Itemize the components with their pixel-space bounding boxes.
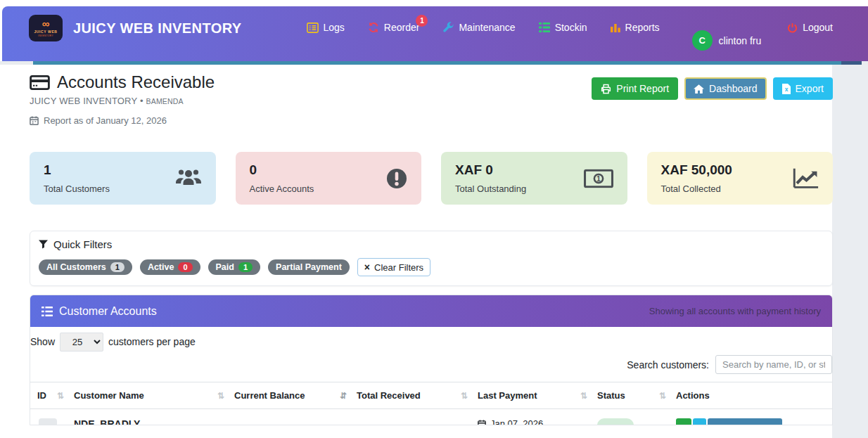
nav-item-label: Reorder: [384, 22, 420, 33]
stat-cards: 1 Total Customers 0 Active Accounts: [30, 152, 833, 205]
col-total-received[interactable]: Total Received⇅: [357, 382, 478, 409]
col-last-payment[interactable]: Last Payment⇅: [478, 382, 597, 409]
accounts-subtitle: Showing all accounts with payment histor…: [649, 306, 821, 316]
page-title-row: Accounts Receivable: [30, 72, 215, 92]
page-background-strip: [832, 65, 868, 438]
user-name: clinton fru: [719, 35, 762, 46]
customer-accounts-title-row: Customer Accounts: [42, 305, 157, 318]
page-size-controls: Show 25 customers per page: [30, 327, 832, 352]
svg-text:x: x: [784, 86, 788, 93]
file-excel-icon: x: [782, 84, 791, 94]
row-actions: [676, 418, 832, 425]
brand-title: JUICY WEB INVENTORY: [73, 20, 242, 37]
search-row: Search customers:: [30, 352, 832, 378]
sort-icon: ⇅: [580, 391, 587, 401]
per-page-label: customers per page: [108, 336, 196, 347]
page-subtitle: JUICY WEB INVENTORY • BAMENDA: [30, 96, 215, 106]
logout-button[interactable]: Logout: [787, 22, 833, 33]
search-input[interactable]: [715, 355, 832, 374]
filter-all-customers[interactable]: All Customers 1: [39, 259, 132, 275]
svg-text:1: 1: [596, 174, 601, 182]
sort-icon: ⇅: [659, 391, 666, 401]
filter-count-badge: 1: [238, 262, 253, 272]
export-button[interactable]: x Export: [773, 77, 833, 100]
col-status[interactable]: Status⇅: [597, 382, 676, 409]
main-content: Accounts Receivable JUICY WEB INVENTORY …: [30, 72, 833, 425]
show-label: Show: [30, 336, 55, 347]
sort-amount-icon: ⇵: [340, 391, 347, 401]
filter-count-badge: 1: [110, 262, 125, 272]
nav-item-label: Reports: [625, 22, 660, 33]
th-list-icon: [539, 22, 550, 32]
report-date-row: Report as of January 12, 2026: [30, 115, 215, 126]
reorder-count-badge: 1: [416, 15, 428, 27]
filter-pills: All Customers 1 Active 0 Paid 1 Partial …: [39, 258, 824, 276]
brand-logo: ∞ JUICY WEB INVENTORY: [29, 15, 63, 41]
nav-item-reports[interactable]: Reports: [611, 22, 660, 33]
clear-filters-button[interactable]: × Clear Filters: [357, 258, 430, 276]
filter-active[interactable]: Active 0: [140, 259, 200, 275]
stat-value: 0: [250, 162, 408, 178]
header-actions: Print Report Dashboard x Export: [592, 77, 833, 126]
customer-accounts-card: Customer Accounts Showing all accounts w…: [30, 295, 833, 425]
sync-icon: [368, 22, 379, 33]
nav-item-maintenance[interactable]: Maintenance: [442, 22, 515, 33]
sort-icon: ⇅: [57, 391, 64, 401]
close-icon: ×: [364, 262, 370, 273]
top-margin: [0, 0, 868, 6]
total-received-cell: [357, 409, 478, 426]
table-header-row: ID⇅ Customer Name⇅ Current Balance⇵ Tota…: [30, 382, 832, 409]
page-size-select[interactable]: 25: [60, 333, 103, 352]
nav-item-label: Maintenance: [459, 22, 515, 33]
stat-label: Active Accounts: [250, 183, 408, 194]
users-icon: [175, 169, 202, 188]
stat-total-collected: XAF 50,000 Total Collected: [647, 152, 834, 205]
nav-item-label: Logs: [324, 22, 345, 33]
customer-accounts-title: Customer Accounts: [59, 305, 157, 318]
filter-partial-payment[interactable]: Partial Payment: [268, 259, 350, 275]
avatar: C: [692, 30, 713, 51]
quick-filters-card: Quick Filters All Customers 1 Active 0 P…: [30, 231, 833, 286]
status-badge: [597, 418, 634, 425]
customer-id-badge: [39, 418, 57, 425]
print-report-button[interactable]: Print Report: [592, 77, 678, 100]
row-action-money-button[interactable]: [676, 418, 691, 425]
nav-item-reorder[interactable]: Reorder 1: [368, 22, 420, 33]
credit-card-icon: [30, 75, 50, 90]
row-action-history-button[interactable]: [708, 418, 782, 425]
calendar-icon: [478, 420, 486, 426]
col-id[interactable]: ID⇅: [30, 382, 74, 409]
col-current-balance[interactable]: Current Balance⇵: [234, 382, 357, 409]
page-title: Accounts Receivable: [57, 72, 215, 92]
nav-item-logs[interactable]: Logs: [307, 22, 345, 33]
filter-funnel-icon: [39, 240, 48, 249]
user-menu[interactable]: C clinton fru: [692, 30, 762, 51]
col-customer-name[interactable]: Customer Name⇅: [74, 382, 234, 409]
nav-item-stockin[interactable]: Stockin: [539, 22, 587, 33]
dashboard-button[interactable]: Dashboard: [684, 77, 767, 100]
quick-filters-title: Quick Filters: [53, 238, 112, 250]
sort-icon: ⇅: [217, 391, 224, 401]
printer-icon: [601, 84, 611, 94]
quick-filters-title-row: Quick Filters: [39, 238, 824, 250]
filter-count-badge: 0: [178, 262, 192, 272]
home-icon: [694, 84, 704, 94]
page-header-left: Accounts Receivable JUICY WEB INVENTORY …: [30, 72, 215, 126]
filter-paid[interactable]: Paid 1: [208, 259, 261, 275]
list-alt-icon: [307, 22, 319, 33]
row-action-info-button[interactable]: [693, 418, 706, 425]
report-date: Report as of January 12, 2026: [44, 115, 167, 126]
nav-item-label: Stockin: [555, 22, 587, 33]
bar-chart-icon: [611, 22, 620, 32]
customer-accounts-header: Customer Accounts Showing all accounts w…: [30, 295, 832, 327]
last-payment-date: Jan 07, 2026: [478, 418, 597, 425]
current-balance-cell: [234, 409, 357, 426]
exclamation-circle-icon: [386, 168, 407, 189]
branch-name: BAMENDA: [146, 97, 184, 105]
chart-line-icon: [793, 168, 819, 188]
main-nav: Logs Reorder 1 Maintenance: [307, 22, 660, 33]
brand[interactable]: ∞ JUICY WEB INVENTORY JUICY WEB INVENTOR…: [29, 13, 242, 41]
money-bill-icon: 1: [584, 169, 613, 188]
accent-row: [0, 61, 868, 65]
power-icon: [787, 22, 798, 33]
